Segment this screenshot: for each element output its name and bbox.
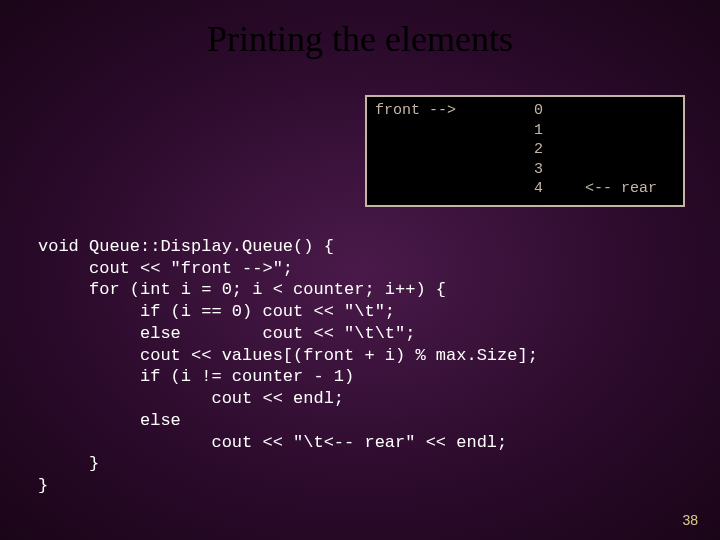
output-row: 1 xyxy=(375,121,675,141)
code-line: cout << endl; xyxy=(38,389,344,408)
output-value: 4 xyxy=(495,179,555,199)
code-line: cout << "\t<-- rear" << endl; xyxy=(38,433,507,452)
code-line: else cout << "\t\t"; xyxy=(38,324,415,343)
output-row: 4 <-- rear xyxy=(375,179,675,199)
code-line: } xyxy=(38,454,99,473)
page-number: 38 xyxy=(682,512,698,528)
rear-label: <-- rear xyxy=(555,179,675,199)
code-block: void Queue::Display.Queue() { cout << "f… xyxy=(38,214,538,497)
output-row: front --> 0 xyxy=(375,101,675,121)
output-value: 1 xyxy=(495,121,555,141)
code-line: void Queue::Display.Queue() { xyxy=(38,237,334,256)
code-line: else xyxy=(38,411,181,430)
code-line: if (i == 0) cout << "\t"; xyxy=(38,302,395,321)
code-line: for (int i = 0; i < counter; i++) { xyxy=(38,280,446,299)
output-value: 2 xyxy=(495,140,555,160)
output-value: 0 xyxy=(495,101,555,121)
console-output: front --> 0 1 2 3 4 <-- rear xyxy=(365,95,685,207)
output-row: 3 xyxy=(375,160,675,180)
code-line: if (i != counter - 1) xyxy=(38,367,354,386)
slide-title: Printing the elements xyxy=(0,0,720,60)
output-value: 3 xyxy=(495,160,555,180)
code-line: cout << values[(front + i) % max.Size]; xyxy=(38,346,538,365)
front-label: front --> xyxy=(375,101,495,121)
code-line: cout << "front -->"; xyxy=(38,259,293,278)
output-row: 2 xyxy=(375,140,675,160)
code-line: } xyxy=(38,476,48,495)
